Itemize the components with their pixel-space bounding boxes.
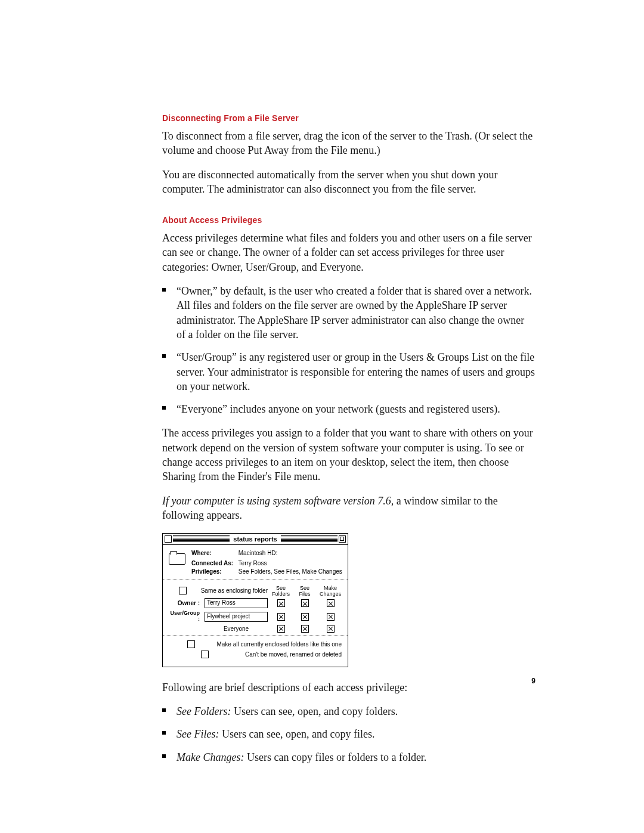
figure-sharing-window: status reports Where: Macintosh HD: Conn… xyxy=(162,533,535,667)
privileges-grid: Same as enclosing folder See Folders See… xyxy=(169,586,342,633)
col-see-folders: See Folders xyxy=(270,586,292,597)
everyone-see-folders-checkbox[interactable] xyxy=(277,625,285,633)
col-make-changes: Make Changes xyxy=(318,586,343,597)
row-everyone: Everyone xyxy=(169,625,342,633)
heading-access-privileges: About Access Privileges xyxy=(162,215,535,225)
ug-make-changes-checkbox[interactable] xyxy=(327,613,335,621)
everyone-label: Everyone xyxy=(205,625,268,633)
para-disconnect-2: You are disconnected automatically from … xyxy=(162,168,535,197)
connected-as-value: Terry Ross xyxy=(239,560,267,566)
para-disconnect-1: To disconnect from a file server, drag t… xyxy=(162,129,535,158)
ug-see-folders-checkbox[interactable] xyxy=(277,613,285,621)
info-block: Where: Macintosh HD: Connected As: Terry… xyxy=(169,550,342,577)
grid-header-row: Same as enclosing folder See Folders See… xyxy=(169,586,342,597)
owner-field[interactable]: Terry Ross xyxy=(205,598,268,608)
row-user-group: User/Group : Flywheel project xyxy=(169,611,342,623)
folder-icon xyxy=(169,551,185,564)
list-item: Make Changes: Users can copy files or fo… xyxy=(162,750,535,764)
everyone-see-files-checkbox[interactable] xyxy=(301,625,309,633)
user-group-field[interactable]: Flywheel project xyxy=(205,612,268,622)
desc-see-files: Users can see, open, and copy files. xyxy=(219,728,374,740)
info-lines: Where: Macintosh HD: Connected As: Terry… xyxy=(191,550,342,577)
para-version-note: If your computer is using system softwar… xyxy=(162,494,535,523)
bottom-options: Make all currently enclosed folders like… xyxy=(169,640,342,658)
heading-disconnecting: Disconnecting From a File Server xyxy=(162,113,535,123)
term-see-folders: See Folders: xyxy=(177,705,231,717)
desc-see-folders: Users can see, open, and copy folders. xyxy=(231,705,398,717)
para-access-2: The access privileges you assign to a fo… xyxy=(162,426,535,484)
window-title: status reports xyxy=(230,535,280,543)
para-after-figure: Following are brief descriptions of each… xyxy=(162,680,535,695)
list-item: See Folders: Users can see, open, and co… xyxy=(162,704,535,719)
mac-titlebar: status reports xyxy=(163,534,348,545)
list-item: “User/Group” is any registered user or g… xyxy=(162,350,535,394)
make-all-enclosed-checkbox[interactable] xyxy=(187,640,195,648)
mac-window-body: Where: Macintosh HD: Connected As: Terry… xyxy=(163,545,348,667)
term-make-changes: Make Changes: xyxy=(177,751,244,763)
where-label: Where: xyxy=(191,550,237,556)
owner-make-changes-checkbox[interactable] xyxy=(327,599,335,607)
ug-see-files-checkbox[interactable] xyxy=(301,613,309,621)
row-owner: Owner : Terry Ross xyxy=(169,598,342,608)
term-see-files: See Files: xyxy=(177,728,219,740)
where-value: Macintosh HD: xyxy=(239,550,278,556)
list-user-categories: “Owner,” by default, is the user who cre… xyxy=(162,284,535,416)
connected-as-label: Connected As: xyxy=(191,560,237,566)
para-version-note-italic: If your computer is using system softwar… xyxy=(162,495,394,507)
user-group-label: User/Group : xyxy=(169,611,202,623)
cant-be-moved-checkbox[interactable] xyxy=(201,651,209,658)
privileges-label: Privileges: xyxy=(191,568,237,575)
titlebar-stripes: status reports xyxy=(173,535,338,543)
same-as-checkbox[interactable] xyxy=(179,587,187,594)
owner-see-files-checkbox[interactable] xyxy=(301,599,309,607)
divider xyxy=(163,635,348,636)
privileges-value: See Folders, See Files, Make Changes xyxy=(239,568,342,575)
zoom-icon[interactable] xyxy=(339,535,346,543)
close-icon[interactable] xyxy=(165,535,172,543)
owner-label: Owner : xyxy=(169,600,202,606)
same-as-label: Same as enclosing folder xyxy=(201,587,268,594)
list-privilege-descriptions: See Folders: Users can see, open, and co… xyxy=(162,704,535,764)
list-item: “Owner,” by default, is the user who cre… xyxy=(162,284,535,342)
list-item: “Everyone” includes anyone on your netwo… xyxy=(162,402,535,416)
owner-see-folders-checkbox[interactable] xyxy=(277,599,285,607)
everyone-make-changes-checkbox[interactable] xyxy=(327,625,335,633)
make-all-enclosed-label: Make all currently enclosed folders like… xyxy=(216,641,342,648)
page-number: 9 xyxy=(531,677,535,685)
divider xyxy=(163,579,348,580)
list-item: See Files: Users can see, open, and copy… xyxy=(162,727,535,741)
document-page: Disconnecting From a File Server To disc… xyxy=(0,0,644,833)
desc-make-changes: Users can copy files or folders to a fol… xyxy=(244,751,426,763)
col-see-files: See Files xyxy=(294,586,315,597)
cant-be-moved-label: Can't be moved, renamed or deleted xyxy=(245,651,342,658)
para-access-1: Access privileges determine what files a… xyxy=(162,231,535,274)
mac-window: status reports Where: Macintosh HD: Conn… xyxy=(162,533,348,667)
